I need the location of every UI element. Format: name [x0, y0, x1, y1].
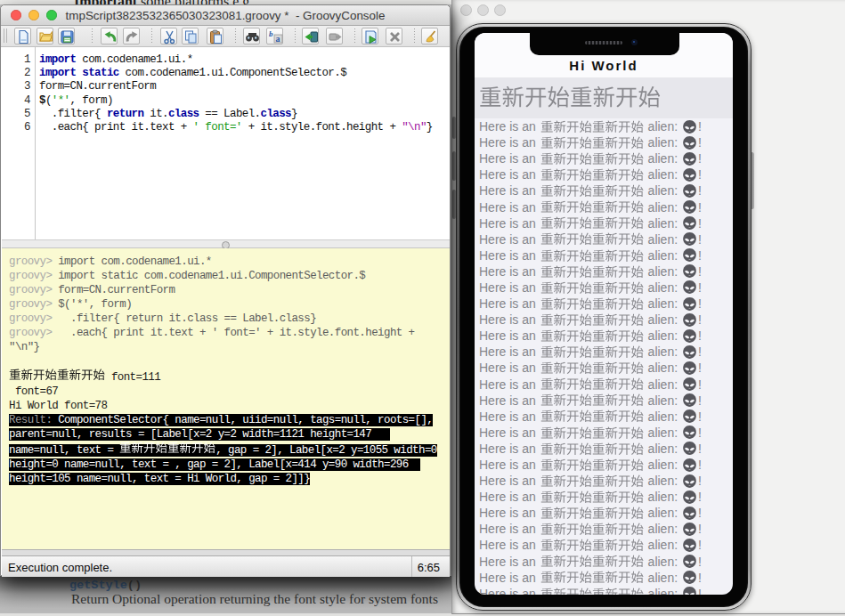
svg-text:a: a: [276, 34, 280, 44]
svg-text:b: b: [269, 29, 273, 38]
